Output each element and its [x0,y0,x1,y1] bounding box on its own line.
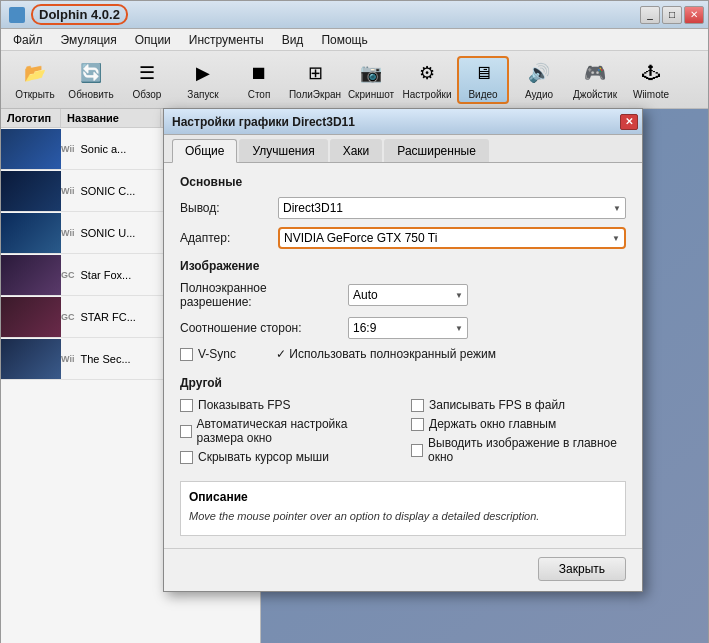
toolbar-play[interactable]: ▶ Запуск [177,56,229,104]
fullscreen-icon: ⊞ [301,59,329,87]
open-icon: 📂 [21,59,49,87]
dialog-tabs: Общие Улучшения Хаки Расширенные [164,135,642,163]
app-title: Dolphin 4.0.2 [31,4,128,25]
dialog-close-button[interactable]: Закрыть [538,557,626,581]
keep-main-row: Держать окно главным [411,417,626,431]
toolbar-fullscreen[interactable]: ⊞ ПолиЭкран [289,56,341,104]
auto-window-row: Автоматическая настройка размера окно [180,417,395,445]
render-main-checkbox[interactable] [411,444,423,457]
output-select-arrow: ▼ [613,204,621,213]
game-thumbnail [1,213,61,253]
keep-main-checkbox[interactable] [411,418,424,431]
auto-window-label: Автоматическая настройка размера окно [197,417,396,445]
game-thumbnail [1,339,61,379]
window-close-button[interactable]: ✕ [684,6,704,24]
toolbar-open[interactable]: 📂 Открыть [9,56,61,104]
stop-icon: ⏹ [245,59,273,87]
refresh-icon: 🔄 [77,59,105,87]
screenshot-icon: 📷 [357,59,385,87]
aspect-select[interactable]: 16:9 ▼ [348,317,468,339]
dialog-close-x-button[interactable]: ✕ [620,114,638,130]
menu-options[interactable]: Опции [127,31,179,49]
maximize-button[interactable]: □ [662,6,682,24]
browse-icon: ☰ [133,59,161,87]
show-fps-checkbox[interactable] [180,399,193,412]
toolbar-play-label: Запуск [187,89,218,100]
description-title: Описание [189,490,617,504]
toolbar-refresh[interactable]: 🔄 Обновить [65,56,117,104]
header-logo: Логотип [1,109,61,127]
menu-tools[interactable]: Инструменты [181,31,272,49]
toolbar-screenshot[interactable]: 📷 Скриншот [345,56,397,104]
fullscreen-mode-label: ✓ Использовать полноэкранный режим [276,347,496,361]
hide-cursor-checkbox[interactable] [180,451,193,464]
toolbar-open-label: Открыть [15,89,54,100]
play-icon: ▶ [189,59,217,87]
description-text: Move the mouse pointer over an option to… [189,510,617,522]
header-name: Название [61,109,161,127]
vsync-checkbox[interactable] [180,348,193,361]
tab-hacks[interactable]: Хаки [330,139,383,162]
minimize-button[interactable]: _ [640,6,660,24]
game-thumbnail [1,255,61,295]
title-bar: Dolphin 4.0.2 _ □ ✕ [1,1,708,29]
title-bar-left: Dolphin 4.0.2 [9,4,128,25]
record-fps-row: Записывать FPS в файл [411,398,626,412]
toolbar-wiimote[interactable]: 🕹 Wiimote [625,56,677,104]
toolbar-refresh-label: Обновить [68,89,113,100]
toolbar-audio-label: Аудио [525,89,553,100]
toolbar-stop-label: Стоп [248,89,271,100]
platform-badge: GC [61,312,75,322]
output-label: Вывод: [180,201,270,215]
tab-enhancements[interactable]: Улучшения [239,139,327,162]
toolbar: 📂 Открыть 🔄 Обновить ☰ Обзор ▶ Запуск ⏹ … [1,51,708,109]
keep-main-label: Держать окно главным [429,417,556,431]
auto-window-checkbox[interactable] [180,425,192,438]
audio-icon: 🔊 [525,59,553,87]
toolbar-stop[interactable]: ⏹ Стоп [233,56,285,104]
output-select[interactable]: Direct3D11 ▼ [278,197,626,219]
adapter-value: NVIDIA GeForce GTX 750 Ti [284,231,437,245]
aspect-row: Соотношение сторон: 16:9 ▼ [180,317,626,339]
toolbar-audio[interactable]: 🔊 Аудио [513,56,565,104]
dialog-content: Основные Вывод: Direct3D11 ▼ Адаптер: NV… [164,163,642,548]
toolbar-video[interactable]: 🖥 Видео [457,56,509,104]
toolbar-screenshot-label: Скриншот [348,89,394,100]
render-main-row: Выводить изображение в главное окно [411,436,626,464]
toolbar-joystick[interactable]: 🎮 Джойстик [569,56,621,104]
adapter-select-arrow: ▼ [612,234,620,243]
toolbar-joystick-label: Джойстик [573,89,617,100]
description-section: Описание Move the mouse pointer over an … [180,481,626,536]
fullscreen-mode-row: ✓ Использовать полноэкранный режим [276,347,496,361]
fullscreen-res-select[interactable]: Auto ▼ [348,284,468,306]
menu-file[interactable]: Файл [5,31,51,49]
hide-cursor-row: Скрывать курсор мыши [180,450,395,464]
menu-emulation[interactable]: Эмуляция [53,31,125,49]
toolbar-wiimote-label: Wiimote [633,89,669,100]
fullscreen-res-value: Auto [353,288,378,302]
dialog-title-bar: Настройки графики Direct3D11 ✕ [164,109,642,135]
adapter-row: Адаптер: NVIDIA GeForce GTX 750 Ti ▼ [180,227,626,249]
other-left-col: Показывать FPS Автоматическая настройка … [180,398,395,469]
aspect-arrow: ▼ [455,324,463,333]
other-right-col: Записывать FPS в файл Держать окно главн… [411,398,626,469]
output-value: Direct3D11 [283,201,343,215]
record-fps-checkbox[interactable] [411,399,424,412]
platform-badge: Wii [61,186,74,196]
toolbar-settings[interactable]: ⚙ Настройки [401,56,453,104]
platform-badge: Wii [61,228,74,238]
menu-view[interactable]: Вид [274,31,312,49]
tab-advanced[interactable]: Расширенные [384,139,489,162]
toolbar-fullscreen-label: ПолиЭкран [289,89,341,100]
adapter-select[interactable]: NVIDIA GeForce GTX 750 Ti ▼ [278,227,626,249]
platform-badge: GC [61,270,75,280]
game-thumbnail [1,129,61,169]
menu-bar: Файл Эмуляция Опции Инструменты Вид Помо… [1,29,708,51]
tab-general[interactable]: Общие [172,139,237,163]
toolbar-browse[interactable]: ☰ Обзор [121,56,173,104]
platform-badge: Wii [61,144,74,154]
dialog-title: Настройки графики Direct3D11 [172,115,355,129]
graphics-settings-dialog: Настройки графики Direct3D11 ✕ Общие Улу… [163,108,643,592]
vsync-fullscreen-row: V-Sync ✓ Использовать полноэкранный режи… [180,347,626,366]
menu-help[interactable]: Помощь [313,31,375,49]
